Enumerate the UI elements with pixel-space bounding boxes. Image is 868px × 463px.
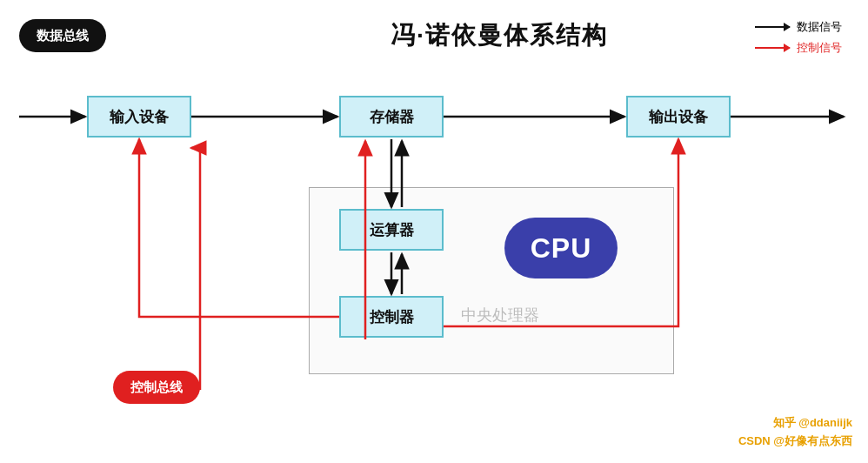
data-signal-line-icon (755, 26, 790, 28)
canvas: 冯·诺依曼体系结构 数据信号 控制信号 数据总线 控制总线 输入设备 存储器 输… (0, 0, 868, 463)
legend-control-signal: 控制信号 (755, 40, 842, 56)
legend-data-signal: 数据信号 (755, 19, 842, 35)
watermark: 知乎 @ddaniijk CSDN @好像有点东西 (738, 414, 852, 451)
control-signal-line-icon (755, 47, 790, 49)
memory-box: 存储器 (339, 96, 444, 138)
alu-box: 运算器 (339, 209, 444, 251)
legend: 数据信号 控制信号 (755, 19, 842, 56)
cpu-sublabel: 中央处理器 (461, 305, 539, 325)
watermark-line1: 知乎 @ddaniijk (738, 414, 852, 433)
data-bus-label: 数据总线 (19, 19, 106, 52)
watermark-line2: CSDN @好像有点东西 (738, 433, 852, 451)
controller-box: 控制器 (339, 296, 444, 338)
output-device-box: 输出设备 (626, 96, 731, 138)
page-title: 冯·诺依曼体系结构 (391, 19, 608, 52)
control-signal-label: 控制信号 (797, 40, 842, 56)
cpu-pill: CPU (504, 218, 618, 278)
data-signal-label: 数据信号 (797, 19, 842, 35)
control-bus-label: 控制总线 (113, 371, 200, 404)
input-device-box: 输入设备 (87, 96, 191, 138)
